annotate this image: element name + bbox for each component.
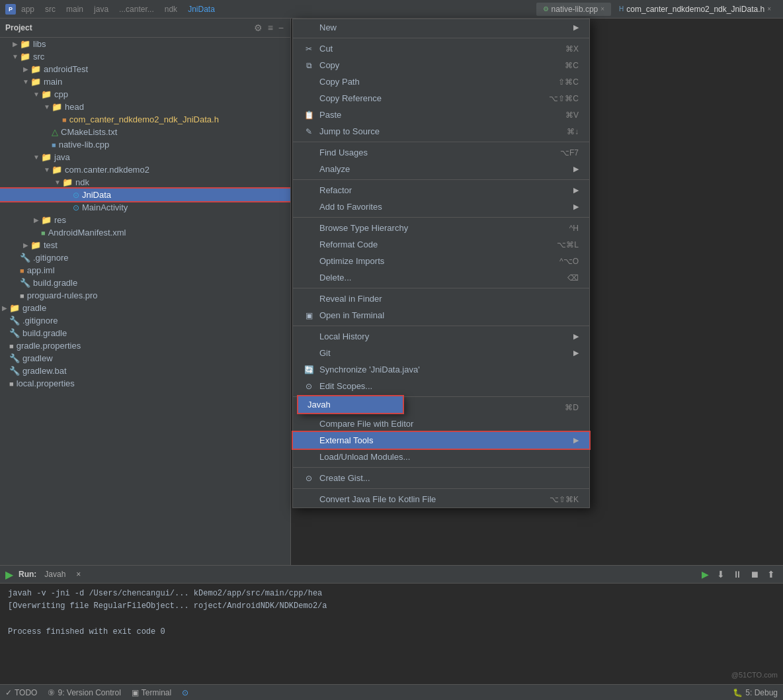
breadcrumb-ndk: ndk — [165, 5, 177, 14]
close-run-tab[interactable]: × — [73, 568, 83, 580]
menu-item-copy-path[interactable]: Copy Path ⇧⌘C — [293, 73, 589, 90]
tree-item-buildgradle1[interactable]: ▶ 🔧 build.gradle — [0, 277, 290, 289]
tree-item-androidtest[interactable]: ▶ 📁 androidTest — [0, 63, 290, 75]
pause-button[interactable]: ⏸ — [730, 568, 745, 581]
submenu-arrow-refactor: ▶ — [573, 186, 579, 195]
breadcrumb-main: main — [66, 5, 83, 14]
tree-item-localprops[interactable]: ▶ ■ local.properties — [0, 377, 290, 390]
terminal-status-icon: ▣ — [132, 688, 139, 697]
status-debug[interactable]: 🐛 5: Debug — [733, 688, 778, 697]
menu-item-convert-java[interactable]: Convert Java File to Kotlin File ⌥⇧⌘K — [293, 491, 589, 507]
todo-icon: ✓ — [5, 688, 12, 697]
menu-item-refactor[interactable]: Refactor ▶ — [293, 182, 589, 198]
menu-item-synchronize[interactable]: 🔄 Synchronize 'JniData.java' — [293, 361, 589, 378]
watermark: @51CTO.com — [726, 668, 783, 681]
menu-item-create-gist[interactable]: ⊙ Create Gist... — [293, 470, 589, 486]
tree-item-ndk-folder[interactable]: ▼ 📁 ndk — [0, 176, 290, 189]
tree-item-proguard[interactable]: ▶ ■ proguard-rules.pro — [0, 289, 290, 302]
run-toolbar: ▶ Run: Javah × ▶ ⬇ ⏸ ⏹ ⬆ — [0, 566, 783, 584]
menu-item-optimize-imports[interactable]: Optimize Imports ^⌥O — [293, 253, 589, 269]
menu-item-git[interactable]: Git ▶ — [293, 345, 589, 361]
sync-icon: 🔄 — [304, 365, 314, 374]
minimize-icon[interactable]: − — [277, 21, 285, 34]
status-version-control[interactable]: ⑨ 9: Version Control — [48, 688, 120, 697]
context-menu: New ▶ ✂ Cut ⌘X ⧉ Copy ⌘C Copy Path ⇧⌘C C… — [292, 19, 590, 508]
tree-item-jnidata[interactable]: ▶ ⊙ JniData — [0, 189, 290, 201]
menu-item-reveal-finder[interactable]: Reveal in Finder — [293, 290, 589, 307]
bottom-panel: ▶ Run: Javah × ▶ ⬇ ⏸ ⏹ ⬆ javah -v -jni -… — [0, 565, 783, 684]
run-circle-icon: ⊙ — [182, 688, 188, 697]
submenu-item-javah[interactable]: Javah — [298, 396, 403, 413]
play-button[interactable]: ▶ — [699, 568, 712, 581]
tab-close-native[interactable]: × — [600, 5, 604, 13]
menu-item-compare-editor[interactable]: Compare File with Editor — [293, 416, 589, 432]
tree-item-comfile[interactable]: ▶ ■ com_canter_ndkdemo2_ndk_JniData.h — [0, 113, 290, 126]
tree-item-res[interactable]: ▶ 📁 res — [0, 214, 290, 226]
debug-icon: 🐛 — [733, 688, 743, 697]
menu-item-open-terminal[interactable]: ▣ Open in Terminal — [293, 307, 589, 324]
tree-item-package[interactable]: ▼ 📁 com.canter.ndkdemo2 — [0, 163, 290, 176]
tree-item-java-folder[interactable]: ▼ 📁 java — [0, 151, 290, 163]
tab-native-lib[interactable]: ⚙ native-lib.cpp × — [536, 3, 612, 16]
tree-item-manifest[interactable]: ▶ ■ AndroidManifest.xml — [0, 226, 290, 239]
menu-item-new[interactable]: New ▶ — [293, 19, 589, 36]
menu-item-reformat[interactable]: Reformat Code ⌥⌘L — [293, 236, 589, 253]
external-tools-submenu: Javah — [298, 396, 403, 414]
menu-item-paste[interactable]: 📋 Paste ⌘V — [293, 107, 589, 123]
tree-item-cpp-folder[interactable]: ▼ 📁 cpp — [0, 88, 290, 101]
separator-1 — [293, 38, 589, 38]
menu-item-local-history[interactable]: Local History ▶ — [293, 328, 589, 345]
status-terminal[interactable]: ▣ Terminal — [132, 688, 171, 697]
run-controls: ▶ ⬇ ⏸ ⏹ ⬆ — [699, 568, 778, 581]
tree-item-mainactivity[interactable]: ▶ ⊙ MainActivity — [0, 201, 290, 214]
tree-item-head[interactable]: ▼ 📁 head — [0, 101, 290, 113]
tree-item-gradlewbat[interactable]: ▶ 🔧 gradlew.bat — [0, 365, 290, 377]
step-button[interactable]: ⬇ — [714, 568, 727, 581]
menu-item-external-tools[interactable]: External Tools ▶ — [293, 432, 589, 449]
menu-item-load-unload[interactable]: Load/Unload Modules... — [293, 449, 589, 465]
submenu-arrow-favorites: ▶ — [573, 202, 579, 211]
tree-item-test[interactable]: ▶ 📁 test — [0, 239, 290, 251]
tab-jnidata-h[interactable]: H com_canter_ndkdemo2_ndk_JniData.h × — [612, 3, 778, 16]
menu-item-copy-reference[interactable]: Copy Reference ⌥⇧⌘C — [293, 90, 589, 107]
tree-item-libs[interactable]: ▶ 📁 libs — [0, 38, 290, 50]
breadcrumb-jnidata: JniData — [188, 5, 215, 14]
tree-item-nativelib[interactable]: ▶ ■ native-lib.cpp — [0, 138, 290, 151]
tree-item-gitignore2[interactable]: ▶ 🔧 .gitignore — [0, 314, 290, 327]
menu-item-find-usages[interactable]: Find Usages ⌥F7 — [293, 144, 589, 161]
terminal-icon: ▣ — [304, 311, 314, 320]
separator-2 — [293, 142, 589, 142]
menu-item-add-to-favorites[interactable]: Add to Favorites ▶ — [293, 198, 589, 215]
menu-item-cut[interactable]: ✂ Cut ⌘X — [293, 40, 589, 57]
copy-icon: ⧉ — [304, 61, 314, 70]
tree-item-main[interactable]: ▼ 📁 main — [0, 75, 290, 88]
run-icon[interactable]: ▶ — [5, 568, 13, 581]
jump-icon: ✎ — [304, 127, 314, 136]
tree-item-buildgradle2[interactable]: ▶ 🔧 build.gradle — [0, 327, 290, 339]
tree-item-gitignore1[interactable]: ▶ 🔧 .gitignore — [0, 251, 290, 264]
tree-item-gradlew[interactable]: ▶ 🔧 gradlew — [0, 352, 290, 365]
menu-item-delete[interactable]: Delete... ⌫ — [293, 269, 589, 286]
separator-5 — [293, 288, 589, 288]
status-todo[interactable]: ✓ TODO — [5, 688, 37, 697]
gear-icon[interactable]: ⚙ — [253, 21, 264, 34]
menu-item-analyze[interactable]: Analyze ▶ — [293, 161, 589, 177]
submenu-arrow-new: ▶ — [573, 23, 579, 32]
menu-item-copy[interactable]: ⧉ Copy ⌘C — [293, 57, 589, 73]
menu-item-browse-hierarchy[interactable]: Browse Type Hierarchy ^H — [293, 220, 589, 236]
tree-item-src[interactable]: ▼ 📁 src — [0, 50, 290, 63]
stop-button[interactable]: ⏹ — [747, 568, 762, 581]
tab-close-jnidata[interactable]: × — [767, 5, 771, 13]
tree-item-appiml[interactable]: ▶ ■ app.iml — [0, 264, 290, 277]
menu-item-jump-to-source[interactable]: ✎ Jump to Source ⌘↓ — [293, 123, 589, 140]
breadcrumb-java: java — [94, 5, 108, 14]
settings-icon[interactable]: ≡ — [267, 21, 274, 34]
menu-item-edit-scopes[interactable]: ⊙ Edit Scopes... — [293, 378, 589, 394]
tree-item-gradleprops[interactable]: ▶ ■ gradle.properties — [0, 339, 290, 352]
tree-item-cmake[interactable]: ▶ △ CMakeLists.txt — [0, 126, 290, 138]
top-toolbar: P app src main java ...canter... ndk Jni… — [0, 0, 783, 19]
more-button[interactable]: ⬆ — [764, 568, 778, 581]
status-run-circle[interactable]: ⊙ — [182, 688, 188, 697]
tree-item-gradle-folder[interactable]: ▶ 📁 gradle — [0, 302, 290, 314]
sidebar-toolbar: ⚙ ≡ − — [253, 21, 285, 34]
